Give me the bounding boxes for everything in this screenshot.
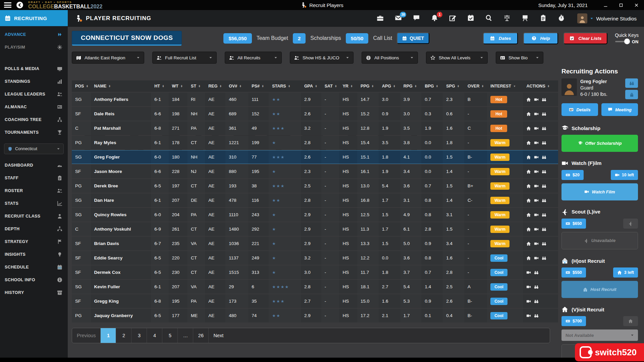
clear-lists-button[interactable]: Clear Lists (564, 33, 607, 44)
home-action-icon[interactable] (526, 227, 531, 232)
binoculars-action-icon[interactable] (542, 256, 546, 260)
dates-button[interactable]: Dates (483, 33, 518, 44)
sidebar-item-insights[interactable]: INSIGHTS (0, 248, 68, 261)
film-cost-button[interactable]: $20 (561, 170, 584, 180)
meeting-button[interactable]: Meeting (601, 103, 638, 116)
sidebar-item-schedule[interactable]: SCHEDULE (0, 261, 68, 274)
host-cost-button[interactable]: $550 (561, 267, 586, 278)
column-header-bpg[interactable]: BPG▲▼ (421, 84, 443, 88)
film-action-icon[interactable] (534, 227, 539, 232)
calendar-check-toolbar-button[interactable] (467, 14, 475, 22)
search-toolbar-button[interactable] (485, 14, 493, 22)
home-action-icon[interactable] (526, 184, 531, 188)
scout-live-button[interactable]: Unavailable (561, 232, 638, 250)
host-remaining-button[interactable]: 3 left (613, 267, 638, 278)
column-header-pos[interactable]: POS▲▼ (72, 84, 91, 88)
visit-cost-button[interactable]: $700 (561, 316, 586, 326)
film-action-icon[interactable] (534, 112, 539, 116)
home-action-icon[interactable] (526, 155, 531, 160)
quick-keys-toggle[interactable] (615, 41, 629, 42)
interest-badge[interactable]: Warm (490, 226, 509, 233)
recruit-row[interactable]: PGDerek Bree6-5197CTAE19338★★★2.5-HS13.0… (72, 179, 558, 193)
pagination-page-1[interactable]: 1 (100, 328, 116, 343)
sidebar-item-roster[interactable]: ROSTER (0, 184, 68, 197)
team-name-button[interactable]: CONNECTICUT SNOW DOGS (72, 31, 182, 46)
interest-badge[interactable]: Warm (490, 168, 509, 175)
filter-full-recruit-list[interactable]: Full Recruit List (152, 52, 217, 64)
column-header-gpa[interactable]: GPA▲▼ (301, 84, 321, 88)
home-action-icon[interactable] (526, 97, 531, 102)
scholarships-badge[interactable]: 2 (293, 33, 306, 44)
pagination-page-…[interactable]: … (177, 328, 193, 343)
film-action-icon[interactable] (534, 241, 539, 246)
filter-show-bio[interactable]: Show Bio (496, 52, 543, 64)
home-action-icon[interactable] (526, 213, 531, 217)
interest-badge[interactable]: Cool (490, 283, 507, 291)
binoculars-action-icon[interactable] (542, 198, 546, 203)
binoculars-action-icon[interactable] (542, 155, 546, 160)
watch-film-button[interactable]: Watch Film (561, 183, 638, 200)
sidebar-header-recruiting[interactable]: RECRUITING (0, 10, 68, 26)
home-action-icon[interactable] (526, 256, 531, 260)
film-action-icon[interactable] (534, 184, 539, 188)
film-action-icon[interactable] (534, 155, 539, 160)
recruit-row[interactable]: PGRay Myles6-1178CTAE1221199★2.8-HS15.43… (72, 136, 558, 149)
recruit-row[interactable]: SFDale Reis6-6198NHAE689152★★2.6-HS15.20… (72, 107, 558, 121)
binoculars-action-icon[interactable] (542, 126, 546, 131)
interest-badge[interactable]: Cool (490, 312, 507, 319)
sidebar-item-dashboard[interactable]: DASHBOARD (0, 159, 68, 172)
recruit-row[interactable]: SFGregg King6-8195PAAE17335★★★2.7-HS15.0… (72, 294, 558, 308)
column-header-apg[interactable]: APG▲▼ (379, 84, 400, 88)
budget-badge[interactable]: $56,050 (223, 33, 252, 44)
sidebar-item-history[interactable]: HISTORY (0, 286, 68, 299)
recruit-row[interactable]: SFJason Moore6-6228NJAE880195★2.3-HS16.1… (72, 165, 558, 178)
film-action-icon[interactable] (534, 256, 539, 260)
column-header-spg[interactable]: SPG▲▼ (443, 84, 464, 88)
bell-toolbar-button[interactable]: 1 (431, 14, 439, 22)
sidebar-item-recruit-class[interactable]: RECRUIT CLASS (0, 210, 68, 223)
film-action-icon[interactable] (534, 213, 539, 217)
film-remaining-button[interactable]: 10 left (611, 170, 638, 180)
binoculars-action-icon[interactable] (542, 112, 546, 116)
pagination-page-2[interactable]: 2 (116, 328, 131, 343)
interest-badge[interactable]: Hot (490, 110, 507, 118)
scout-cost-button[interactable]: $650 (561, 219, 586, 229)
column-header-stars[interactable]: STARS▲▼ (269, 84, 301, 88)
interest-badge[interactable]: Warm (490, 154, 509, 161)
column-header-ov[interactable]: OV#▲▼ (225, 84, 248, 88)
column-header-name[interactable]: NAME▲▼ (91, 84, 151, 88)
sidebar-item-polls-media[interactable]: POLLS & MEDIA (0, 62, 68, 75)
sidebar-item-almanac[interactable]: ALMANAC (0, 101, 68, 113)
sidebar-item-tournaments[interactable]: TOURNAMENTS (0, 126, 68, 139)
filter-all-positions[interactable]: All Positions (362, 52, 418, 64)
briefcase-toolbar-button[interactable] (377, 14, 385, 22)
recruit-row[interactable]: SFDermek Cox6-5230CTAE1515313★3.0-HS11.7… (72, 265, 558, 279)
close-button[interactable] (629, 0, 644, 10)
lock-mini-button[interactable] (625, 90, 638, 99)
recruit-row[interactable]: SFEddie Searcy6-5220CTAE1137249★3.2-HS12… (72, 251, 558, 265)
stopwatch-toolbar-button[interactable] (558, 14, 566, 22)
interest-badge[interactable]: Warm (490, 197, 509, 204)
sidebar-item-school-info[interactable]: SCHOOL INFO (0, 274, 68, 286)
interest-badge[interactable]: Cool (490, 269, 507, 276)
home-action-icon[interactable] (526, 169, 531, 174)
home-action-icon[interactable] (526, 198, 531, 203)
home-action-icon[interactable] (526, 126, 531, 131)
recruit-row[interactable]: CAnthony Voskuhl6-9261CTAE1480292★2.9-HS… (72, 222, 558, 236)
recruit-row[interactable]: PGJaquay Granberry6-5177MEAE48074★★2.9-H… (72, 309, 558, 322)
sidebar-item-strategy[interactable]: STRATEGY (0, 235, 68, 248)
interest-badge[interactable]: Warm (490, 240, 509, 247)
pagination-page-3[interactable]: 3 (131, 328, 147, 343)
interest-badge[interactable]: Cool (490, 298, 507, 305)
easel-toolbar-button[interactable] (522, 14, 530, 22)
column-header-st[interactable]: ST▲▼ (187, 84, 205, 88)
sidebar-item-coaching-tree[interactable]: COACHING TREE (0, 113, 68, 126)
film-action-icon[interactable] (534, 198, 539, 203)
back-icon[interactable] (16, 1, 23, 9)
column-header-ps[interactable]: PS#▲▼ (248, 84, 269, 88)
scout-mini-disabled-button[interactable] (623, 219, 638, 229)
binoculars-action-icon[interactable] (534, 313, 539, 318)
sidebar-item-advance[interactable]: ADVANCE (0, 28, 68, 41)
binoculars-action-icon[interactable] (542, 213, 546, 217)
binoculars-action-icon[interactable] (534, 285, 539, 289)
